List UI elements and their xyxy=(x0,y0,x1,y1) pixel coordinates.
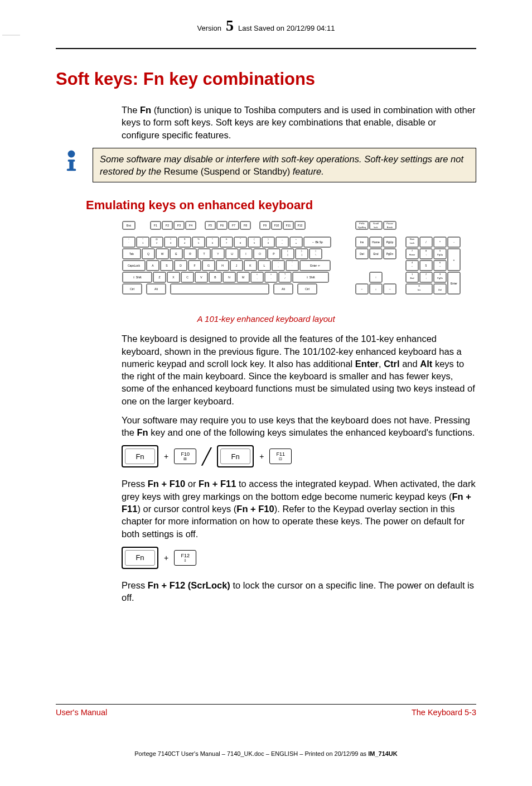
svg-text:]: ] xyxy=(301,253,302,256)
svg-text:Alt: Alt xyxy=(282,287,285,291)
paragraph-2: Your software may require you to use key… xyxy=(122,414,476,439)
svg-text:!: ! xyxy=(142,238,143,240)
svg-text:%: % xyxy=(197,238,200,240)
svg-text:↓: ↓ xyxy=(375,287,377,291)
plus-icon: + xyxy=(164,452,168,461)
svg-text:lock: lock xyxy=(374,226,378,229)
svg-text:;: ; xyxy=(278,265,278,268)
bold: Fn + F12 (ScrLock) xyxy=(148,580,230,590)
svg-text:End: End xyxy=(410,277,414,279)
fn-bold: Fn xyxy=(140,105,151,115)
svg-text:Ctrl: Ctrl xyxy=(130,287,134,291)
key-label: Fn xyxy=(231,452,240,461)
svg-text:T: T xyxy=(203,252,205,255)
text: ) or cursor control keys ( xyxy=(137,504,236,514)
svg-text:^: ^ xyxy=(212,238,213,240)
svg-text:Esc: Esc xyxy=(127,224,132,227)
divider xyxy=(56,48,476,49)
svg-text:SysReq: SysReq xyxy=(358,226,366,229)
svg-text:CapsLock: CapsLock xyxy=(128,264,141,267)
info-box: Some software may disable or interfere w… xyxy=(93,148,476,183)
page-footer: User's Manual The Keyboard 5-3 xyxy=(56,704,476,717)
svg-text:+: + xyxy=(453,258,455,262)
svg-text:F5: F5 xyxy=(209,224,212,227)
fn-key-icon: Fn xyxy=(217,445,254,467)
svg-text:←: ← xyxy=(411,265,413,268)
svg-text:F4: F4 xyxy=(189,224,192,227)
svg-text:N: N xyxy=(228,276,230,279)
svg-text:G: G xyxy=(207,264,210,267)
key-label: Fn xyxy=(136,553,144,562)
paragraph-3: Press Fn + F10 or Fn + F11 to access the… xyxy=(122,478,476,539)
svg-text:PgUp: PgUp xyxy=(437,253,443,256)
svg-text:F: F xyxy=(194,264,195,267)
page-title: Soft keys: Fn key combinations xyxy=(56,69,476,89)
bold: Fn + F10 xyxy=(148,479,185,489)
svg-text:Pause: Pause xyxy=(386,222,393,225)
info-icon xyxy=(59,148,84,172)
svg-text:5: 5 xyxy=(425,264,427,267)
bold: Fn + F11 xyxy=(199,479,236,489)
svg-text:PgDn: PgDn xyxy=(386,252,394,255)
svg-text:W: W xyxy=(161,252,164,255)
svg-point-0 xyxy=(68,150,75,157)
svg-text:Alt: Alt xyxy=(154,287,158,291)
version-number: 5 xyxy=(226,17,234,35)
page-header: Version 5 Last Saved on 20/12/99 04:11 xyxy=(56,17,476,35)
svg-text:Ctrl: Ctrl xyxy=(305,287,309,291)
svg-text:Ins: Ins xyxy=(418,288,420,291)
section-heading: Emulating keys on enhanced keyboard xyxy=(86,198,476,213)
plus-icon: + xyxy=(164,553,168,562)
f12-key-icon: F12⇩ xyxy=(174,550,196,566)
svg-text:→: → xyxy=(389,287,391,291)
svg-text:F1: F1 xyxy=(154,224,157,227)
bold: Alt xyxy=(420,359,432,369)
svg-text:U: U xyxy=(231,252,233,255)
keycombo-row-2: Fn + F12⇩ xyxy=(122,547,476,569)
svg-text:&: & xyxy=(226,238,228,240)
svg-text:Del: Del xyxy=(438,288,442,291)
paragraph-4: Press Fn + F12 (ScrLock) to lock the cur… xyxy=(122,579,476,604)
svg-text:PgUp: PgUp xyxy=(386,240,394,244)
bold: Fn xyxy=(137,427,148,437)
key-label: Fn xyxy=(136,452,144,461)
svg-text:→: → xyxy=(439,265,441,268)
svg-text:F9: F9 xyxy=(263,224,267,227)
text: and xyxy=(400,359,420,369)
text: , xyxy=(379,359,384,369)
svg-text:← Bk Sp: ← Bk Sp xyxy=(312,240,323,244)
svg-text:←: ← xyxy=(361,287,364,291)
svg-text:Tab: Tab xyxy=(129,252,134,255)
svg-text:|: | xyxy=(315,249,316,252)
fn-key-icon: Fn xyxy=(122,445,158,467)
svg-text:↑: ↑ xyxy=(375,276,377,279)
svg-rect-3 xyxy=(67,168,76,171)
svg-text:↓: ↓ xyxy=(425,277,427,279)
svg-text:↑: ↑ xyxy=(425,253,427,256)
bold: Fn + F10 xyxy=(236,504,274,514)
svg-text:F8: F8 xyxy=(244,224,247,227)
text: (function) is unique to Toshiba computer… xyxy=(122,105,475,140)
bold: Ctrl xyxy=(384,359,399,369)
svg-text:I: I xyxy=(245,252,246,255)
svg-text:End: End xyxy=(374,252,379,255)
footer-right: The Keyboard 5-3 xyxy=(412,708,476,717)
plus-icon: + xyxy=(259,452,264,461)
footer-left: User's Manual xyxy=(56,708,107,717)
text: Portege 7140CT User's Manual – 7140_UK.d… xyxy=(134,750,368,757)
svg-text:Home: Home xyxy=(409,253,415,256)
svg-text:PgDn: PgDn xyxy=(437,277,443,279)
text: Press xyxy=(122,580,148,590)
svg-text:*: * xyxy=(439,240,441,244)
last-saved: Last Saved on 20/12/99 04:11 xyxy=(238,24,335,32)
intro-paragraph: The Fn (function) is unique to Toshiba c… xyxy=(122,104,476,141)
svg-text:D: D xyxy=(180,264,182,267)
svg-text:O: O xyxy=(259,252,261,255)
f10-key-icon: F10⊞ xyxy=(174,449,196,464)
text: key and one of the following keys simula… xyxy=(148,427,475,437)
text: or xyxy=(185,479,199,489)
svg-rect-2 xyxy=(69,160,73,170)
text: Press xyxy=(122,479,148,489)
svg-text:.: . xyxy=(439,284,440,287)
bold: IM_714UK xyxy=(368,750,398,757)
